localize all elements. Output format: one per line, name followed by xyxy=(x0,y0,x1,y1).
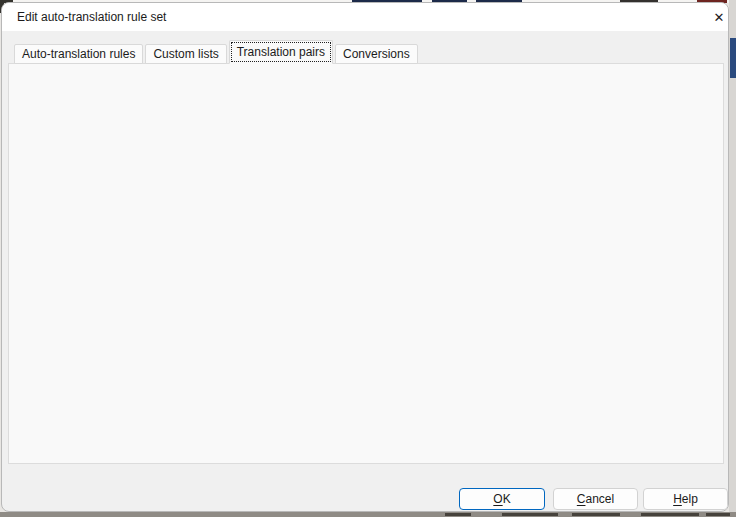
close-icon: ✕ xyxy=(714,10,725,25)
title-bar: Edit auto-translation rule set ✕ xyxy=(2,3,728,31)
background-text-fragment xyxy=(572,513,620,516)
button-label: ancel xyxy=(585,492,614,506)
background-text-fragment xyxy=(502,513,558,516)
button-label: elp xyxy=(682,492,698,506)
background-text-fragment xyxy=(641,513,699,516)
tab-label: Conversions xyxy=(343,47,410,61)
tab-custom-lists[interactable]: Custom lists xyxy=(145,44,226,64)
background-text-fragment xyxy=(706,513,730,516)
background-window-fragment xyxy=(730,38,736,78)
tab-translation-pairs[interactable]: Translation pairs xyxy=(229,40,333,64)
tab-label: Auto-translation rules xyxy=(22,47,135,61)
help-button[interactable]: Help xyxy=(643,488,728,510)
dialog-title: Edit auto-translation rule set xyxy=(17,3,166,31)
button-label: K xyxy=(503,492,511,506)
edit-auto-translation-rule-set-dialog: Edit auto-translation rule set ✕ Auto-tr… xyxy=(1,2,729,512)
tab-label: Custom lists xyxy=(153,47,218,61)
cancel-button[interactable]: Cancel xyxy=(553,488,638,510)
translation-pairs-tab-page xyxy=(8,63,724,464)
tab-strip: Auto-translation rules Custom lists Tran… xyxy=(14,40,418,64)
close-button[interactable]: ✕ xyxy=(704,4,729,30)
button-mnemonic: C xyxy=(577,492,586,506)
ok-button[interactable]: OK xyxy=(459,488,545,510)
button-mnemonic: O xyxy=(493,492,502,506)
background-text-fragment xyxy=(445,513,471,516)
background-window-strip xyxy=(0,512,736,517)
tab-conversions[interactable]: Conversions xyxy=(335,44,418,64)
button-mnemonic: H xyxy=(673,492,682,506)
tab-label: Translation pairs xyxy=(237,45,325,59)
tab-auto-translation-rules[interactable]: Auto-translation rules xyxy=(14,44,143,64)
